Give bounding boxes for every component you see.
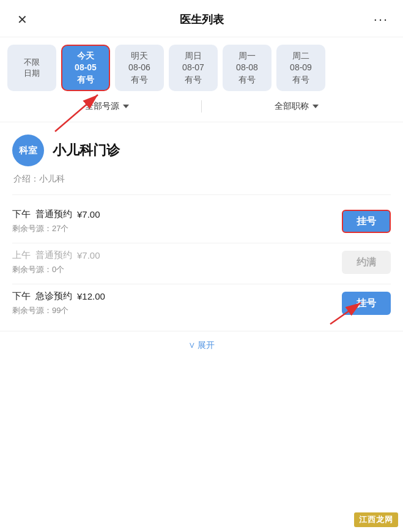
appt-main-line-2: 上午 普通预约 ¥7.00 bbox=[12, 249, 332, 261]
expand-label: ∨ 展开 bbox=[188, 340, 215, 350]
more-icon: ··· bbox=[374, 12, 388, 27]
chevron-down-icon-2 bbox=[312, 105, 319, 108]
appt-type-1: 普通预约 bbox=[35, 209, 72, 220]
chevron-down-icon bbox=[123, 105, 129, 108]
appt-info-2: 上午 普通预约 ¥7.00 剩余号源：0个 bbox=[12, 249, 332, 275]
appt-info-3: 下午 急诊预约 ¥12.00 剩余号源：99个 bbox=[12, 290, 332, 316]
appt-item-afternoon-emergency: 下午 急诊预约 ¥12.00 剩余号源：99个 挂号 bbox=[12, 284, 391, 325]
filter-title-button[interactable]: 全部职称 bbox=[202, 97, 391, 116]
appt-remaining-2: 剩余号源：0个 bbox=[12, 264, 332, 275]
appt-period-1: 下午 bbox=[12, 209, 31, 220]
appt-item-morning-normal: 上午 普通预约 ¥7.00 剩余号源：0个 约满 bbox=[12, 243, 391, 284]
header: ✕ 医生列表 ··· bbox=[0, 0, 403, 37]
appt-type-2: 普通预约 bbox=[35, 249, 72, 261]
dept-header: 科室 小儿科门诊 bbox=[12, 135, 391, 166]
filter-title-label: 全部职称 bbox=[275, 101, 309, 112]
appt-main-line-3: 下午 急诊预约 ¥12.00 bbox=[12, 290, 332, 302]
dept-name: 小儿科门诊 bbox=[53, 141, 120, 160]
expand-button[interactable]: ∨ 展开 bbox=[0, 331, 403, 363]
date-tabs: 不限 日期 今天 08-05 有号 明天 08-06 有号 周日 08-07 有… bbox=[7, 45, 396, 91]
full-button-2: 约满 bbox=[342, 251, 391, 274]
page-title: 医生列表 bbox=[180, 12, 224, 27]
appt-period-3: 下午 bbox=[12, 290, 31, 302]
register-button-1[interactable]: 挂号 bbox=[342, 210, 391, 233]
appt-info-1: 下午 普通预约 ¥7.00 剩余号源：27个 bbox=[12, 209, 332, 234]
date-tabs-container: 不限 日期 今天 08-05 有号 明天 08-06 有号 周日 08-07 有… bbox=[0, 37, 403, 91]
filter-source-label: 全部号源 bbox=[85, 101, 119, 112]
dept-intro: 介绍：小儿科 bbox=[12, 174, 391, 185]
date-tab-tuesday[interactable]: 周二 08-09 有号 bbox=[276, 45, 325, 91]
appt-period-2: 上午 bbox=[12, 249, 31, 261]
close-button[interactable]: ✕ bbox=[12, 10, 32, 29]
date-tab-tomorrow[interactable]: 明天 08-06 有号 bbox=[115, 45, 164, 91]
appt-divider bbox=[12, 194, 391, 195]
appt-remaining-1: 剩余号源：27个 bbox=[12, 223, 332, 234]
filter-row: 全部号源 全部职称 bbox=[0, 91, 403, 122]
department-section: 科室 小儿科门诊 介绍：小儿科 下午 普通预约 ¥7.00 剩余号源：27个 挂… bbox=[0, 122, 403, 331]
close-icon: ✕ bbox=[17, 12, 28, 27]
appt-price-3: ¥12.00 bbox=[77, 291, 105, 301]
appt-remaining-3: 剩余号源：99个 bbox=[12, 305, 332, 316]
date-tab-monday[interactable]: 周一 08-08 有号 bbox=[223, 45, 272, 91]
register-button-3[interactable]: 挂号 bbox=[342, 292, 391, 315]
dept-badge: 科室 bbox=[12, 135, 44, 166]
appt-main-line-1: 下午 普通预约 ¥7.00 bbox=[12, 209, 332, 220]
appt-type-3: 急诊预约 bbox=[35, 290, 72, 302]
date-tab-no-limit[interactable]: 不限 日期 bbox=[7, 45, 56, 91]
appt-item-afternoon-normal: 下午 普通预约 ¥7.00 剩余号源：27个 挂号 bbox=[12, 202, 391, 243]
watermark: 江西龙网 bbox=[354, 512, 398, 527]
filter-source-button[interactable]: 全部号源 bbox=[12, 97, 201, 116]
appt-price-1: ¥7.00 bbox=[77, 209, 100, 220]
more-button[interactable]: ··· bbox=[371, 12, 391, 28]
date-tab-sunday[interactable]: 周日 08-07 有号 bbox=[169, 45, 218, 91]
date-tab-today[interactable]: 今天 08-05 有号 bbox=[61, 45, 110, 91]
appt-price-2: ¥7.00 bbox=[77, 250, 100, 260]
